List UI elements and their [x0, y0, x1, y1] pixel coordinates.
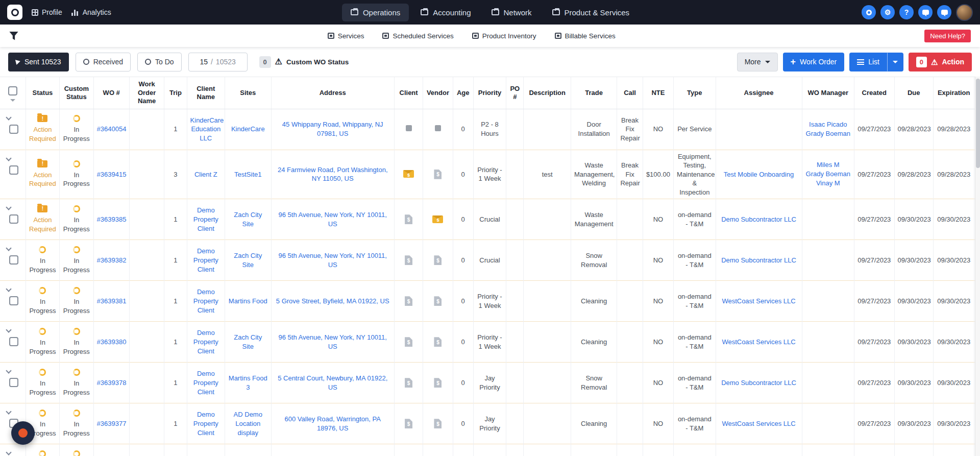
- messages-icon[interactable]: [937, 5, 951, 19]
- compass-icon[interactable]: [862, 5, 876, 19]
- nav-profile[interactable]: Profile: [32, 8, 62, 16]
- invoice-doc-icon[interactable]: $: [434, 170, 442, 179]
- address-link[interactable]: 600 Valley Road, Warrington, PA 18976, U…: [285, 415, 381, 432]
- assignee-link[interactable]: WestCoast Services LLC: [722, 338, 795, 346]
- list-button[interactable]: List: [849, 53, 887, 71]
- invoice-doc-icon[interactable]: $: [405, 337, 412, 347]
- row-checkbox[interactable]: [9, 337, 18, 346]
- work-order-button[interactable]: + Work Order: [783, 53, 845, 71]
- col-header-sites[interactable]: Sites: [225, 77, 272, 109]
- wo-number-link[interactable]: #3640054: [97, 125, 127, 133]
- row-checkbox[interactable]: [9, 255, 18, 265]
- wo-number-link[interactable]: #3639378: [97, 379, 127, 387]
- chat-icon[interactable]: [918, 5, 933, 19]
- assignee-link[interactable]: Demo Subcontractor LLC: [721, 256, 796, 264]
- col-header-select[interactable]: [0, 77, 26, 109]
- more-button[interactable]: More: [737, 53, 778, 71]
- invoice-envelope-icon[interactable]: $: [432, 215, 443, 223]
- invoice-doc-icon[interactable]: $: [405, 378, 412, 388]
- site-link[interactable]: Zach City Site: [234, 252, 262, 269]
- wo-number-link[interactable]: #3639385: [97, 215, 127, 223]
- client-name-link[interactable]: Demo Property Client: [193, 247, 218, 273]
- expand-row-icon[interactable]: [6, 114, 11, 120]
- col-header-trip[interactable]: Trip: [164, 77, 187, 109]
- list-caret-button[interactable]: [887, 53, 903, 71]
- tab-product-services[interactable]: Product & Services: [544, 4, 639, 21]
- client-name-link[interactable]: Demo Property Client: [193, 411, 218, 436]
- col-header-call[interactable]: Call: [617, 77, 643, 109]
- expand-row-icon[interactable]: [6, 205, 11, 210]
- select-all-checkbox[interactable]: [8, 86, 17, 95]
- wo-number-link[interactable]: #3639415: [97, 171, 127, 178]
- col-header-created[interactable]: Created: [854, 77, 894, 109]
- wo-number-link[interactable]: #3639380: [97, 338, 127, 346]
- vertical-scrollbar[interactable]: [975, 77, 980, 456]
- invoice-doc-icon[interactable]: $: [434, 378, 442, 388]
- col-header-vendor[interactable]: Vendor: [423, 77, 453, 109]
- select-all-caret[interactable]: [10, 99, 15, 102]
- expand-row-icon[interactable]: [6, 286, 11, 292]
- invoice-envelope-icon[interactable]: $: [403, 170, 414, 178]
- received-button[interactable]: Received: [76, 53, 131, 71]
- sent-button[interactable]: Sent 10523: [8, 53, 69, 71]
- site-link[interactable]: AD Demo Location display: [234, 411, 262, 436]
- wo-number-link[interactable]: #3639381: [97, 297, 127, 305]
- manager-link[interactable]: Grady Boeman: [805, 170, 851, 179]
- manager-link[interactable]: Grady Boeman: [805, 129, 851, 138]
- address-link[interactable]: 24 Farmview Road, Port Washington, NY 11…: [278, 166, 388, 183]
- assignee-link[interactable]: WestCoast Services LLC: [722, 420, 795, 427]
- todo-button[interactable]: To Do: [137, 53, 182, 71]
- assignee-link[interactable]: Demo Subcontractor LLC: [721, 215, 796, 223]
- col-header-wo-number[interactable]: WO #: [93, 77, 129, 109]
- site-link[interactable]: Martins Food 3: [229, 374, 267, 391]
- row-checkbox[interactable]: [9, 296, 18, 305]
- client-name-link[interactable]: Demo Property Client: [193, 288, 218, 314]
- col-header-po-number[interactable]: PO #: [506, 77, 524, 109]
- tab-operations[interactable]: Operations: [342, 4, 409, 21]
- need-help-button[interactable]: Need Help?: [924, 30, 971, 42]
- subnav-product-inventory[interactable]: Product Inventory: [472, 32, 536, 40]
- site-link[interactable]: Zach City Site: [234, 333, 262, 350]
- col-header-nte[interactable]: NTE: [643, 77, 673, 109]
- site-link[interactable]: Zach City Site: [234, 211, 262, 228]
- client-name-link[interactable]: KinderCare Education LLC: [190, 116, 224, 142]
- client-name-link[interactable]: Demo Property Client: [193, 370, 218, 395]
- settings-icon[interactable]: ⚙: [880, 5, 895, 19]
- wo-number-link[interactable]: #3639377: [97, 420, 127, 427]
- subnav-billable-services[interactable]: Billable Services: [555, 32, 616, 40]
- address-link[interactable]: 45 Whippany Road, Whippany, NJ 07981, US: [282, 121, 383, 137]
- row-checkbox[interactable]: [9, 214, 18, 224]
- col-header-assignee[interactable]: Assignee: [716, 77, 802, 109]
- site-link[interactable]: Martins Food: [229, 297, 267, 305]
- filter-icon[interactable]: [9, 32, 18, 40]
- help-icon[interactable]: ?: [899, 5, 914, 19]
- address-link[interactable]: 96 5th Avenue, New York, NY 10011, US: [278, 211, 387, 228]
- chat-launcher-button[interactable]: [11, 421, 35, 445]
- col-header-client-name[interactable]: Client Name: [187, 77, 225, 109]
- wo-number-link[interactable]: #3639382: [97, 256, 127, 264]
- col-header-age[interactable]: Age: [453, 77, 473, 109]
- custom-wo-status-button[interactable]: 0 ⚠ Custom WO Status: [254, 53, 354, 71]
- scrollbar-thumb[interactable]: [976, 79, 980, 168]
- col-header-description[interactable]: Description: [524, 77, 571, 109]
- expand-row-icon[interactable]: [6, 409, 11, 415]
- invoice-doc-icon[interactable]: $: [405, 214, 412, 224]
- site-link[interactable]: TestSite1: [234, 171, 261, 178]
- address-link[interactable]: 5 Grove Street, Byfield, MA 01922, US: [276, 297, 389, 305]
- invoice-doc-icon[interactable]: $: [405, 255, 412, 265]
- col-header-wo-manager[interactable]: WO Manager: [802, 77, 854, 109]
- subnav-services[interactable]: Services: [328, 32, 364, 40]
- col-header-trade[interactable]: Trade: [571, 77, 617, 109]
- invoice-doc-icon[interactable]: $: [405, 296, 412, 306]
- expand-row-icon[interactable]: [6, 246, 11, 251]
- subnav-scheduled-services[interactable]: Scheduled Services: [382, 32, 453, 40]
- address-link[interactable]: 96 5th Avenue, New York, NY 10011, US: [278, 252, 387, 269]
- nav-analytics[interactable]: Analytics: [71, 8, 111, 16]
- user-avatar[interactable]: [956, 4, 973, 21]
- row-checkbox[interactable]: [9, 125, 18, 134]
- expand-row-icon[interactable]: [6, 450, 11, 455]
- manager-link[interactable]: Vinay M: [805, 179, 851, 188]
- client-name-link[interactable]: Demo Property Client: [193, 329, 218, 354]
- tab-accounting[interactable]: Accounting: [412, 4, 479, 21]
- action-button[interactable]: 0 ⚠ Action: [909, 53, 972, 71]
